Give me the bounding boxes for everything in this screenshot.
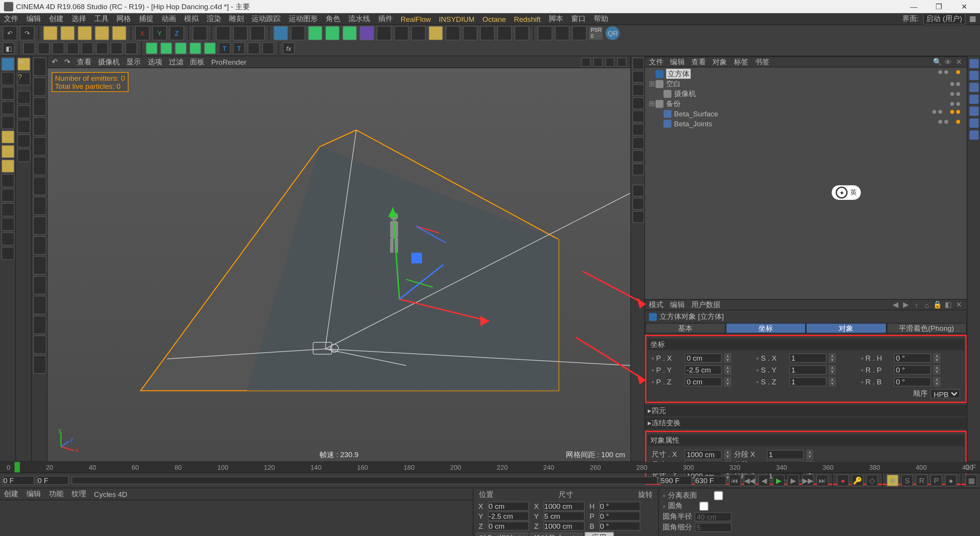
vp-prorender[interactable]: ProRender [211,58,247,66]
layout-selector[interactable]: 启动 (用户) [923,13,965,25]
key-rot-icon[interactable]: R [916,474,928,486]
menu-render[interactable]: 渲染 [207,14,221,24]
polygon-mode-icon[interactable] [1,160,15,173]
close-button[interactable]: ✕ [956,2,972,11]
play-fwd-icon[interactable]: ▶ [773,474,785,486]
menu-char[interactable]: 角色 [326,14,340,24]
hud-5-icon[interactable] [632,111,644,123]
cm-rot-p[interactable] [599,511,640,521]
subdivision-icon[interactable] [308,26,322,40]
om-eye-icon[interactable]: 👁 [944,58,952,66]
am-home-icon[interactable]: ⌂ [923,301,931,309]
timeline-range-slider[interactable] [72,476,658,484]
move-icon[interactable] [77,26,92,40]
viewport-solo-icon[interactable] [1,232,15,246]
workplane-icon[interactable] [555,26,570,40]
vp-filter[interactable]: 过滤 [169,57,183,67]
attr-tab-coord[interactable]: 坐标 [725,323,806,333]
snap-15-icon[interactable] [33,335,46,354]
snap-14-icon[interactable] [33,315,46,334]
tweak-mode-icon[interactable] [1,203,15,217]
object-row-backup[interactable]: ⊞ 备份 [649,99,963,109]
shelf2-icon[interactable]: ◧ [3,42,15,54]
viewport-3d[interactable]: Number of emitters: 0 Total live particl… [48,68,630,461]
timeline-playhead[interactable] [15,462,20,472]
cm-size-y[interactable] [544,511,585,521]
axis-x-icon[interactable]: X [135,26,150,40]
menu-tools[interactable]: 工具 [94,14,109,24]
menu-track[interactable]: 运动跟踪 [252,14,281,24]
sel-ring-icon[interactable] [111,42,122,54]
effector-1-icon[interactable] [146,42,158,54]
array-icon[interactable] [342,26,357,40]
cmd-5-icon[interactable] [17,149,31,162]
hud-12-icon[interactable] [632,211,644,223]
cm-mode1-select[interactable]: 对象 (相对) [476,533,528,536]
undo-icon[interactable]: ↶ [3,26,17,40]
am-userdata[interactable]: 用户数据 [691,300,720,310]
select-live-icon[interactable] [43,26,57,40]
om-search-icon[interactable]: 🔍 [934,58,942,66]
object-row-beta-surface[interactable]: Beta_Surface [649,108,963,118]
pos-x-input[interactable] [685,353,722,363]
current-frame-input[interactable] [694,476,726,485]
text-icon[interactable]: T [219,42,230,54]
key-param-icon[interactable]: P [930,474,942,486]
point-mode-icon[interactable] [1,130,15,144]
layout-config-icon[interactable]: ▦ [969,15,976,23]
am-back-icon[interactable]: ◀ [891,301,899,309]
pal-1-icon[interactable] [969,59,978,68]
sep-surface-checkbox[interactable] [700,491,737,500]
object-manager[interactable]: 立方体 ⊞ 空白 摄像机 ⊞ 备份 [645,67,967,299]
cube-primitive-icon[interactable] [273,26,288,40]
menu-mograph[interactable]: 运动图形 [289,14,318,24]
scale-z-input[interactable] [789,377,826,386]
quantize-icon[interactable] [572,26,586,40]
vp-nav-pan-icon[interactable] [581,57,591,67]
goto-start-icon[interactable]: ⏮ [729,474,741,486]
seg-x-input[interactable] [767,449,804,459]
render-view-icon[interactable] [216,26,230,40]
pal-2-icon[interactable] [969,71,978,80]
pal-3-icon[interactable] [969,83,978,92]
snap-6-icon[interactable] [33,157,46,175]
am-close-icon[interactable]: ✕ [955,301,963,309]
redo-icon[interactable]: ↷ [20,26,34,40]
mat-function[interactable]: 功能 [49,489,64,499]
menu-create[interactable]: 创建 [49,14,64,24]
workplane-mode-icon[interactable] [1,87,15,100]
cm-rot-b[interactable] [599,521,640,531]
vp-panel[interactable]: 面板 [190,57,204,67]
menu-select[interactable]: 选择 [72,14,86,24]
menu-anim[interactable]: 动画 [162,14,176,24]
scale-y-input[interactable] [789,365,826,374]
ime-indicator[interactable]: ✦英 [832,185,861,200]
keyframe-sel-icon[interactable]: ◇ [866,474,878,486]
psr-reset-icon[interactable]: PSR0 [589,26,603,40]
dynamics-icon[interactable] [463,26,477,40]
vp-undo-icon[interactable]: ↶ [52,57,58,66]
menu-help[interactable]: 帮助 [594,14,608,24]
particle-icon[interactable] [446,26,460,40]
menu-window[interactable]: 窗口 [571,14,586,24]
section-quaternion[interactable]: ▸四元 [645,405,967,416]
om-edit[interactable]: 编辑 [670,57,684,67]
text2-icon[interactable]: T [233,42,245,54]
cmd-2-icon[interactable] [17,105,31,119]
om-bookmarks[interactable]: 书签 [755,57,769,67]
sel-loop-icon[interactable] [96,42,108,54]
snap-1-icon[interactable] [33,57,46,76]
om-file[interactable]: 文件 [649,57,663,67]
menu-sculpt[interactable]: 雕刻 [229,14,243,24]
sel-poly-icon[interactable] [52,42,64,54]
lock-icon[interactable] [1,247,15,260]
help-icon[interactable]: ? [17,72,31,85]
xpresso-icon[interactable] [428,26,443,40]
rotate-icon[interactable] [112,26,126,40]
scale-x-input[interactable] [789,353,826,363]
sel-point-icon[interactable] [23,42,35,54]
mograph-icon[interactable] [514,26,529,40]
am-edit[interactable]: 编辑 [670,300,684,310]
pos-z-input[interactable] [685,377,722,386]
spline-pen-icon[interactable] [291,26,305,40]
